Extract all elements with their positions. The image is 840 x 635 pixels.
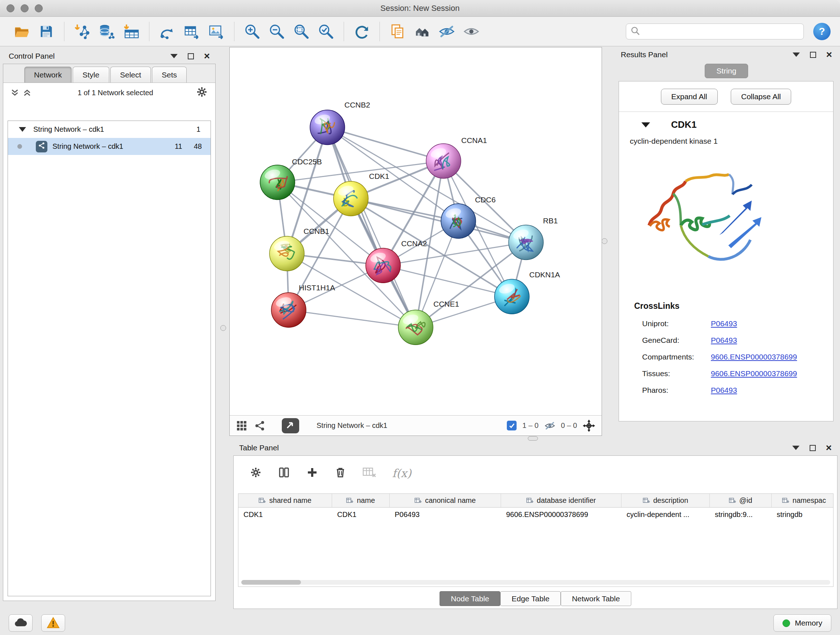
tab-sets[interactable]: Sets bbox=[152, 67, 187, 82]
network-node-CDC25B[interactable]: CDC25B bbox=[260, 157, 322, 200]
search-box[interactable] bbox=[626, 24, 804, 40]
expand-all-networks-icon[interactable] bbox=[11, 88, 19, 97]
control-panel-close-icon[interactable]: × bbox=[204, 51, 210, 61]
import-network-from-file-button[interactable] bbox=[72, 21, 93, 42]
network-node-CDK1[interactable]: CDK1 bbox=[333, 172, 389, 216]
warnings-button[interactable] bbox=[41, 614, 65, 632]
export-table-button[interactable] bbox=[181, 21, 202, 42]
network-node-CDKN1A[interactable]: CDKN1A bbox=[494, 271, 560, 314]
table-panel-menu-icon[interactable] bbox=[792, 446, 799, 450]
table-horizontal-scrollbar[interactable] bbox=[241, 580, 830, 585]
table-settings-button[interactable] bbox=[249, 466, 262, 480]
zoom-out-button[interactable] bbox=[266, 21, 287, 42]
export-network-button[interactable] bbox=[156, 21, 178, 42]
edge-CCNB2-CCNE1[interactable] bbox=[327, 127, 416, 327]
table-panel-close-icon[interactable]: × bbox=[826, 443, 832, 453]
results-panel-close-icon[interactable]: × bbox=[826, 50, 832, 60]
cell[interactable]: cyclin-dependent ... bbox=[622, 508, 710, 523]
cloud-status-button[interactable] bbox=[9, 614, 33, 632]
cell[interactable]: stringdb:9... bbox=[710, 508, 772, 523]
cell[interactable]: P06493 bbox=[390, 508, 501, 523]
network-node-CCNE1[interactable]: CCNE1 bbox=[398, 300, 459, 345]
tab-style[interactable]: Style bbox=[73, 67, 109, 82]
tab-select[interactable]: Select bbox=[111, 67, 151, 82]
collapse-all-networks-icon[interactable] bbox=[23, 88, 32, 97]
gene-section-disclosure-icon[interactable] bbox=[641, 122, 650, 127]
delete-table-button[interactable] bbox=[363, 467, 376, 480]
export-image-button[interactable] bbox=[206, 21, 227, 42]
zoom-selected-button[interactable] bbox=[316, 21, 336, 42]
selected-items-checkbox[interactable] bbox=[507, 421, 516, 431]
close-window-button[interactable] bbox=[6, 4, 14, 12]
horizontal-splitter-handle[interactable] bbox=[528, 436, 538, 440]
cell[interactable]: stringdb bbox=[772, 508, 834, 523]
maximize-window-button[interactable] bbox=[35, 4, 43, 12]
network-collection-row[interactable]: String Network – cdk1 1 bbox=[8, 121, 210, 138]
column-header--id[interactable]: @id bbox=[710, 494, 772, 507]
tab-node-table[interactable]: Node Table bbox=[439, 591, 500, 606]
network-node-CCNB1[interactable]: CCNB1 bbox=[270, 227, 329, 271]
hidden-items-icon[interactable] bbox=[545, 420, 555, 431]
results-panel-float-icon[interactable] bbox=[810, 52, 816, 58]
edge-HIST1H1A-CCNE1[interactable] bbox=[289, 310, 416, 327]
search-input[interactable] bbox=[644, 27, 799, 36]
zoom-fit-content-button[interactable] bbox=[291, 21, 312, 42]
network-options-gear-icon[interactable] bbox=[196, 86, 208, 100]
expand-all-button[interactable]: Expand All bbox=[661, 89, 718, 105]
table-row[interactable]: CDK1CDK1P064939606.ENSP00000378699cyclin… bbox=[238, 508, 833, 523]
first-neighbors-button[interactable] bbox=[412, 21, 433, 42]
show-columns-button[interactable] bbox=[278, 466, 290, 480]
table-panel-float-icon[interactable] bbox=[810, 445, 816, 451]
detach-view-button[interactable] bbox=[282, 418, 299, 433]
function-builder-button[interactable]: f(x) bbox=[392, 467, 411, 480]
open-session-button[interactable] bbox=[11, 21, 32, 42]
delete-column-button[interactable] bbox=[334, 466, 347, 480]
results-panel-menu-icon[interactable] bbox=[793, 52, 800, 57]
help-button[interactable]: ? bbox=[813, 23, 831, 40]
edge-CDK1-RB1[interactable] bbox=[351, 199, 526, 242]
crosslink-value-link[interactable]: P06493 bbox=[711, 386, 737, 394]
column-header-database-identifier[interactable]: database identifier bbox=[501, 494, 622, 507]
show-graphics-details-button[interactable] bbox=[461, 21, 482, 42]
network-overview-icon[interactable] bbox=[254, 420, 265, 431]
memory-button[interactable]: Memory bbox=[774, 614, 831, 632]
import-network-from-database-button[interactable] bbox=[96, 21, 117, 42]
cell[interactable]: CDK1 bbox=[238, 508, 332, 523]
cell[interactable]: CDK1 bbox=[332, 508, 390, 523]
tab-string[interactable]: String bbox=[705, 64, 748, 78]
control-panel-float-icon[interactable] bbox=[188, 53, 194, 59]
crosslink-value-link[interactable]: 9606.ENSP00000378699 bbox=[711, 369, 797, 378]
tab-network[interactable]: Network bbox=[24, 67, 72, 82]
network-node-CCNA1[interactable]: CCNA1 bbox=[426, 136, 487, 179]
tab-network-table[interactable]: Network Table bbox=[561, 591, 631, 606]
collapse-all-button[interactable]: Collapse All bbox=[731, 89, 791, 105]
network-node-CDC6[interactable]: CDC6 bbox=[441, 195, 496, 239]
minimize-window-button[interactable] bbox=[21, 4, 28, 12]
vertical-splitter-handle[interactable] bbox=[602, 238, 607, 244]
edge-CCNB2-CCNA1[interactable] bbox=[327, 127, 444, 161]
duplicate-page-button[interactable] bbox=[387, 21, 408, 42]
column-header-description[interactable]: description bbox=[622, 494, 710, 507]
crosslink-value-link[interactable]: P06493 bbox=[711, 336, 737, 345]
zoom-in-button[interactable] bbox=[242, 21, 263, 42]
network-row[interactable]: String Network – cdk1 11 48 bbox=[8, 138, 210, 155]
network-node-CCNB2[interactable]: CCNB2 bbox=[310, 101, 370, 145]
control-panel-menu-icon[interactable] bbox=[171, 54, 178, 58]
cell[interactable]: 9606.ENSP00000378699 bbox=[501, 508, 622, 523]
column-header-name[interactable]: name bbox=[332, 494, 390, 507]
network-canvas[interactable]: CCNB2CCNA1CDC25BCDK1CDC6RB1CCNB1CCNA2CDK… bbox=[230, 48, 602, 415]
column-header-shared-name[interactable]: shared name bbox=[238, 494, 332, 507]
save-session-button[interactable] bbox=[36, 21, 57, 42]
import-table-from-file-button[interactable] bbox=[121, 21, 142, 42]
collection-disclosure-icon[interactable] bbox=[19, 127, 26, 132]
crosslink-value-link[interactable]: 9606.ENSP00000378699 bbox=[711, 353, 797, 361]
network-node-RB1[interactable]: RB1 bbox=[508, 217, 558, 260]
refresh-view-button[interactable] bbox=[351, 21, 372, 42]
tab-edge-table[interactable]: Edge Table bbox=[500, 591, 561, 606]
scrollbar-thumb[interactable] bbox=[241, 580, 301, 585]
vertical-splitter-handle[interactable] bbox=[220, 325, 226, 331]
birdseye-view-icon[interactable] bbox=[236, 420, 247, 431]
network-node-HIST1H1A[interactable]: HIST1H1A bbox=[271, 283, 335, 327]
hide-selected-button[interactable] bbox=[436, 21, 457, 42]
column-header-namespac[interactable]: namespac bbox=[772, 494, 834, 507]
